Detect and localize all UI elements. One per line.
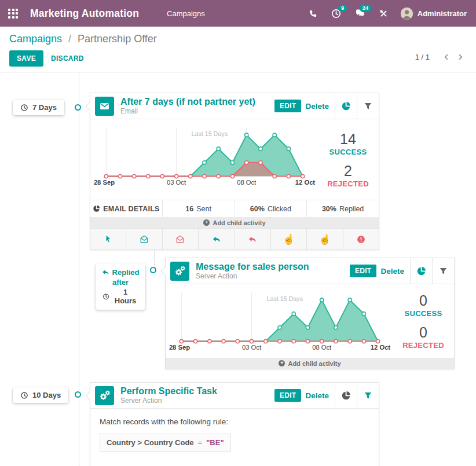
success-label: SUCCESS bbox=[405, 309, 442, 318]
trigger-pill-10-days[interactable]: 10 Days bbox=[13, 387, 68, 403]
reply-icon bbox=[102, 269, 109, 276]
messages-badge: 24 bbox=[360, 5, 371, 12]
svg-text:08 Oct: 08 Oct bbox=[237, 179, 257, 186]
filter-toggle[interactable] bbox=[357, 383, 379, 408]
activity-title[interactable]: Message for sales person bbox=[196, 262, 309, 272]
svg-text:28 Sep: 28 Sep bbox=[94, 179, 115, 186]
sent-label: Sent bbox=[196, 205, 211, 213]
svg-text:Last 15 Days: Last 15 Days bbox=[266, 295, 303, 302]
domain-rule-tag[interactable]: Country > Country Code = "BE" bbox=[100, 434, 231, 452]
email-not-replied-trigger-button[interactable] bbox=[235, 229, 271, 249]
stats-pie-toggle[interactable] bbox=[335, 93, 357, 119]
filter-toggle[interactable] bbox=[432, 258, 454, 284]
svg-text:12 Oct: 12 Oct bbox=[371, 344, 391, 351]
clicked-cell[interactable]: 60% Clicked bbox=[235, 200, 307, 217]
area-chart-svg: Last 15 Days28 Sep03 Oct08 Oct12 Oct bbox=[167, 286, 393, 359]
child-trigger-icon-row: ☝☝ bbox=[90, 228, 379, 249]
breadcrumb: Campaigns / Partnership Offer bbox=[9, 33, 157, 45]
activity-stats: 14 SUCCESS 2 REJECTED bbox=[317, 119, 379, 200]
tools-icon[interactable] bbox=[379, 9, 388, 18]
clicked-label: Clicked bbox=[268, 205, 291, 213]
svg-text:03 Oct: 03 Oct bbox=[167, 179, 186, 186]
email-not-opened-trigger-button[interactable] bbox=[163, 229, 199, 249]
svg-text:12 Oct: 12 Oct bbox=[295, 179, 316, 186]
discard-button[interactable]: DISCARD bbox=[46, 50, 89, 67]
stats-pie-toggle[interactable] bbox=[335, 383, 357, 408]
breadcrumb-current: Partnership Offer bbox=[78, 33, 157, 45]
mouse-pointer-trigger-button[interactable] bbox=[90, 229, 126, 249]
svg-text:08 Oct: 08 Oct bbox=[312, 344, 332, 351]
domain-field: Country > Country Code bbox=[107, 438, 194, 447]
plus-circle-icon: + bbox=[279, 360, 285, 366]
svg-text:28 Sep: 28 Sep bbox=[169, 344, 190, 351]
activity-type-label: Email bbox=[120, 108, 255, 115]
activity-stats: 0 SUCCESS 0 REJECTED bbox=[393, 284, 454, 358]
rejected-label: REJECTED bbox=[327, 179, 369, 188]
card-header: Perform Specific Task Server Action EDIT… bbox=[90, 383, 379, 409]
card-header: After 7 days (if not partner yet) Email … bbox=[90, 93, 379, 119]
trigger-delay-text: 7 Days bbox=[32, 103, 57, 112]
trigger-pill-7-days[interactable]: 7 Days bbox=[13, 100, 64, 115]
clock-icon bbox=[102, 293, 109, 300]
app-title: Marketing Automation bbox=[30, 8, 139, 20]
activity-title[interactable]: Perform Specific Task bbox=[120, 386, 217, 397]
activities-badge: 9 bbox=[338, 5, 346, 12]
activities-icon[interactable]: 9 bbox=[331, 9, 341, 19]
clicked-value: 60% bbox=[250, 205, 265, 213]
chevron-left-icon bbox=[442, 53, 450, 61]
edit-button[interactable]: EDIT bbox=[274, 389, 302, 402]
connector-node bbox=[150, 267, 156, 273]
rule-intro-text: Match records with the following rule: bbox=[100, 417, 369, 426]
edit-button[interactable]: EDIT bbox=[350, 265, 377, 277]
activity-title[interactable]: After 7 days (if not partner yet) bbox=[120, 97, 255, 107]
server-action-icon bbox=[95, 386, 114, 405]
trigger-pill-replied-after-1-hours[interactable]: Replied after 1 Hours bbox=[96, 263, 145, 310]
success-count: 0 bbox=[419, 292, 427, 309]
card-header: Message for sales person Server Action E… bbox=[166, 258, 454, 284]
plus-circle-icon: + bbox=[203, 219, 210, 226]
add-child-activity-label: Add child activity bbox=[213, 219, 265, 226]
pie-chart-icon bbox=[93, 205, 100, 212]
activity-chart: Last 15 Days28 Sep03 Oct08 Oct12 Oct bbox=[90, 119, 317, 200]
stats-pie-toggle[interactable] bbox=[410, 258, 432, 284]
delete-button[interactable]: Delete bbox=[305, 102, 329, 111]
rejected-label: REJECTED bbox=[402, 341, 444, 350]
filter-toggle[interactable] bbox=[357, 93, 379, 119]
activity-type-label: Server Action bbox=[196, 273, 309, 280]
apps-menu-icon[interactable] bbox=[8, 9, 18, 19]
pager-next-button[interactable] bbox=[453, 52, 468, 62]
add-child-activity-label: Add child activity bbox=[288, 360, 340, 367]
phone-icon[interactable] bbox=[309, 9, 317, 18]
filter-icon bbox=[364, 391, 372, 400]
email-details-row: EMAIL DETAILS 16 Sent 60% Clicked 30% Re… bbox=[90, 200, 379, 217]
delete-button[interactable]: Delete bbox=[380, 267, 404, 276]
user-name[interactable]: Administrator bbox=[418, 9, 467, 18]
domain-value: "BE" bbox=[206, 438, 224, 447]
workflow-connector-line bbox=[79, 72, 79, 466]
replied-cell[interactable]: 30% Replied bbox=[307, 200, 379, 217]
email-details-cell[interactable]: EMAIL DETAILS bbox=[90, 200, 163, 217]
email-replied-trigger-button[interactable] bbox=[199, 229, 235, 249]
messages-icon[interactable]: 24 bbox=[355, 9, 365, 19]
email-bounced-trigger-button[interactable] bbox=[343, 229, 379, 249]
edit-button[interactable]: EDIT bbox=[274, 100, 302, 112]
user-avatar[interactable] bbox=[401, 8, 413, 20]
nav-menu-campaigns[interactable]: Campaigns bbox=[167, 9, 205, 18]
pie-chart-icon bbox=[341, 391, 351, 401]
pager-value: 1 / 1 bbox=[415, 53, 430, 61]
breadcrumb-campaigns-link[interactable]: Campaigns bbox=[9, 33, 62, 45]
replied-value: 30% bbox=[322, 205, 336, 213]
clock-icon bbox=[20, 104, 28, 112]
pager-previous-button[interactable] bbox=[439, 52, 453, 62]
clock-icon bbox=[20, 391, 28, 399]
save-button[interactable]: SAVE bbox=[9, 50, 43, 67]
email-not-clicked-trigger-button[interactable]: ☝ bbox=[307, 229, 343, 249]
control-panel: Campaigns / Partnership Offer SAVE DISCA… bbox=[0, 27, 476, 72]
delete-button[interactable]: Delete bbox=[305, 391, 329, 400]
sent-cell[interactable]: 16 Sent bbox=[163, 200, 235, 217]
filter-icon bbox=[364, 102, 372, 111]
email-clicked-trigger-button[interactable]: ☝ bbox=[271, 229, 307, 249]
success-count: 14 bbox=[340, 131, 356, 148]
add-child-activity-button[interactable]: + Add child activity bbox=[90, 217, 379, 228]
email-opened-trigger-button[interactable] bbox=[126, 229, 162, 249]
